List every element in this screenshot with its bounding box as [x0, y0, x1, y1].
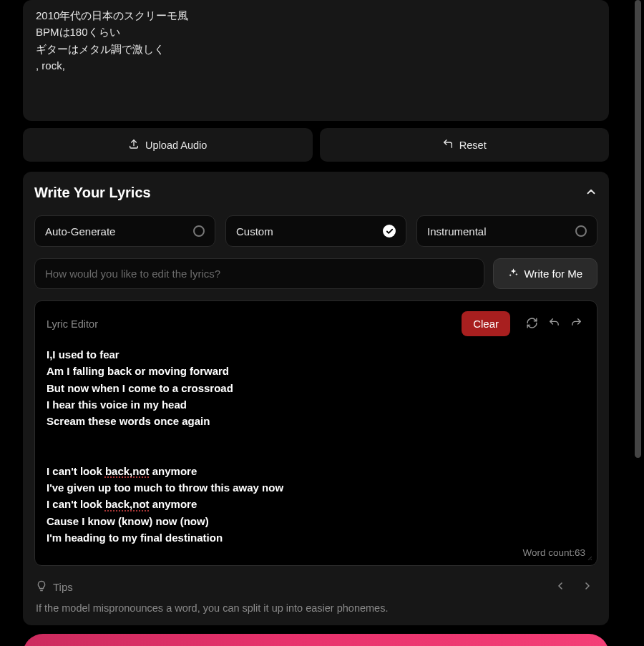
- tips-body-text: If the model mispronounces a word, you c…: [34, 602, 597, 622]
- reset-button[interactable]: Reset: [320, 128, 610, 162]
- undo-icon: [548, 317, 560, 329]
- page-scrollbar[interactable]: [635, 0, 641, 646]
- lyrics-spellcheck-word: back,not: [105, 498, 150, 510]
- lyric-editor-card: Lyric Editor Clear I,I used to fear Am I…: [34, 300, 597, 566]
- redo-button[interactable]: [567, 314, 585, 334]
- upload-audio-label: Upload Audio: [145, 140, 207, 151]
- sparkle-icon: [508, 268, 519, 280]
- write-your-lyrics-panel: Write Your Lyrics Auto-Generate Custom I…: [23, 172, 609, 625]
- word-count-label: Word count:: [522, 547, 575, 558]
- radio-unchecked-icon: [575, 225, 587, 237]
- reset-icon: [442, 138, 454, 152]
- mode-custom-label: Custom: [236, 225, 273, 238]
- write-for-me-label: Write for Me: [525, 268, 582, 280]
- mode-instrumental-label: Instrumental: [427, 225, 487, 238]
- upload-icon: [128, 138, 140, 152]
- svg-line-2: [591, 559, 592, 560]
- resize-handle-icon[interactable]: [582, 551, 592, 561]
- lyrics-textarea[interactable]: I,I used to fear Am I falling back or mo…: [47, 346, 585, 546]
- chevron-left-icon: [555, 580, 566, 592]
- mode-instrumental[interactable]: Instrumental: [416, 215, 597, 247]
- chevron-up-icon: [585, 185, 597, 198]
- mode-auto-label: Auto-Generate: [45, 225, 115, 238]
- lightbulb-icon: [36, 580, 47, 594]
- radio-unchecked-icon: [193, 225, 205, 237]
- chevron-right-icon: [582, 580, 593, 592]
- create-button[interactable]: Create: [23, 634, 609, 646]
- song-description-text[interactable]: 2010年代の日本のスクリーモ風 BPMは180くらい ギターはメタル調で激しく…: [23, 0, 609, 121]
- lyric-editor-label: Lyric Editor: [47, 318, 462, 330]
- refresh-icon: [526, 317, 538, 329]
- tips-prev-button[interactable]: [552, 577, 569, 597]
- lyrics-edit-prompt-input[interactable]: [34, 258, 484, 289]
- clear-button[interactable]: Clear: [462, 311, 510, 336]
- scrollbar-thumb[interactable]: [635, 0, 641, 458]
- collapse-toggle[interactable]: [585, 185, 597, 201]
- radio-checked-icon: [383, 225, 396, 238]
- lyrics-segment: I,I used to fear Am I falling back or mo…: [47, 348, 233, 477]
- upload-audio-button[interactable]: Upload Audio: [23, 128, 313, 162]
- tips-header: Tips: [53, 581, 73, 593]
- mode-custom[interactable]: Custom: [225, 215, 406, 247]
- redo-icon: [570, 317, 582, 329]
- regenerate-button[interactable]: [523, 314, 541, 334]
- undo-button[interactable]: [545, 314, 563, 334]
- lyrics-spellcheck-word: back,not: [105, 465, 150, 477]
- tips-next-button[interactable]: [579, 577, 596, 597]
- mode-auto-generate[interactable]: Auto-Generate: [34, 215, 215, 247]
- panel-title: Write Your Lyrics: [34, 185, 151, 201]
- write-for-me-button[interactable]: Write for Me: [493, 258, 597, 289]
- reset-label: Reset: [459, 140, 487, 151]
